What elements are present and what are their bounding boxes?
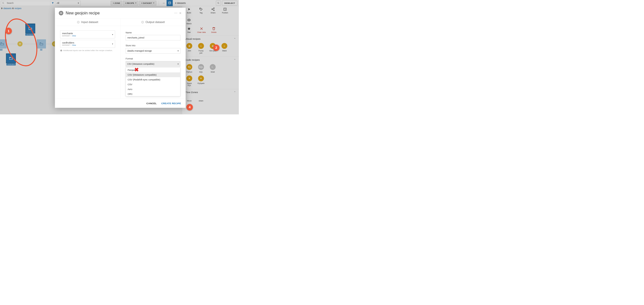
svg-point-22: [142, 21, 144, 23]
input-1-name: merchants: [62, 32, 112, 34]
format-option[interactable]: CSV (Redshift-sync compatible): [126, 77, 180, 82]
chevron-down-icon: ▾: [112, 43, 113, 45]
annotation-badge-2: 2: [213, 45, 219, 51]
cancel-button[interactable]: CANCEL: [146, 102, 157, 105]
input-header: Input dataset: [55, 18, 120, 26]
geojoin-icon: [59, 11, 63, 15]
input-dataset-1[interactable]: merchants DATASET - View ▾: [60, 31, 115, 38]
input-2-name: cardholders: [62, 41, 112, 44]
modal-footer: CANCEL CREATE RECIPE: [55, 99, 186, 108]
view-link[interactable]: View: [72, 35, 76, 37]
output-header: Output dataset: [120, 18, 186, 26]
format-label: Format: [126, 57, 180, 60]
new-recipe-modal: New geojoin recipe — ✕ Input dataset mer…: [55, 8, 186, 108]
additional-inputs-hint: i Additional inputs can be added after t…: [60, 49, 115, 52]
svg-text:i: i: [61, 50, 61, 51]
create-recipe-button[interactable]: CREATE RECIPE: [161, 102, 181, 105]
annotation-badge-4: 4: [186, 104, 193, 111]
modal-header: New geojoin recipe — ✕: [55, 8, 186, 18]
format-option[interactable]: ORC: [126, 92, 180, 96]
format-option[interactable]: CSV (Metastore compatible): [126, 72, 180, 77]
chevron-down-icon: ▾: [178, 63, 179, 65]
chevron-down-icon: ▾: [178, 50, 179, 52]
store-into-select[interactable]: dataiku-managed-storage ▾: [126, 48, 180, 54]
chevron-down-icon: ▾: [112, 33, 113, 36]
close-icon[interactable]: ✕: [179, 11, 182, 15]
output-column: Output dataset Name Store into dataiku-m…: [120, 18, 186, 99]
modal-title: New geojoin recipe: [66, 11, 172, 15]
store-label: Store into: [126, 44, 180, 47]
annotation-x-icon: ✖: [134, 67, 139, 73]
output-name-input[interactable]: [126, 35, 180, 40]
input-column: Input dataset merchants DATASET - View ▾…: [55, 18, 120, 99]
format-option[interactable]: Parquet: [126, 68, 180, 72]
format-select[interactable]: CSV (Metastore compatible) ▾: [126, 61, 180, 67]
format-dropdown: ParquetCSV (Metastore compatible)CSV (Re…: [126, 68, 180, 96]
annotation-badge-1: 1: [5, 28, 12, 34]
format-option[interactable]: CSV: [126, 82, 180, 87]
minimize-icon[interactable]: —: [174, 11, 177, 15]
svg-point-19: [77, 21, 79, 23]
format-option[interactable]: Avro: [126, 87, 180, 92]
view-link[interactable]: View: [72, 44, 76, 47]
input-dataset-2[interactable]: cardholders DATASET - View ▾: [60, 40, 115, 48]
name-label: Name: [126, 31, 180, 34]
